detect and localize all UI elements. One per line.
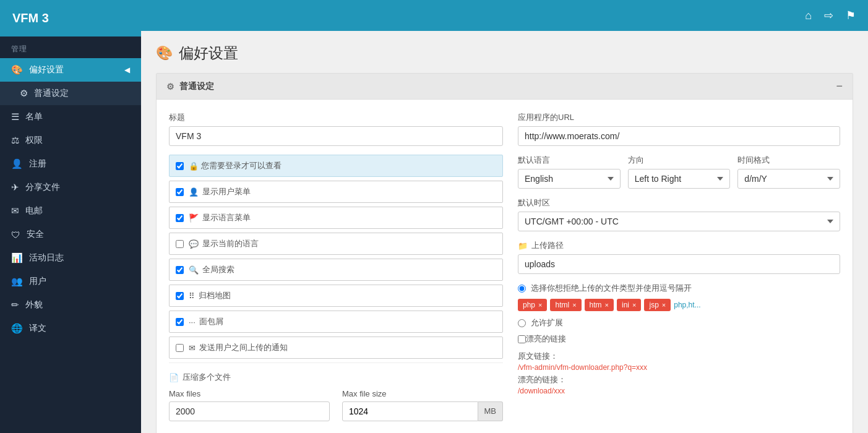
appearance-icon: ✏ [11, 299, 19, 311]
allow-ext-radio[interactable] [518, 319, 526, 327]
timezone-group: 默认时区 UTC/GMT +00:00 - UTC [518, 197, 840, 231]
max-files-group: Max files [169, 389, 330, 421]
upload-path-title: 📁 上传路径 [518, 240, 840, 251]
flag-icon[interactable]: ⚑ [846, 9, 856, 22]
direction-select[interactable]: Left to Right [628, 169, 731, 189]
pretty-links-radio-row[interactable]: 漂亮的链接 [518, 333, 840, 345]
show-current-lang-row[interactable]: 💬 显示当前的语言 [169, 233, 503, 255]
max-file-size-group: Max file size MB [342, 389, 503, 421]
share-topbar-icon[interactable]: ⇨ [824, 9, 833, 22]
max-file-size-input-group: MB [342, 401, 503, 421]
site-map-row[interactable]: ⠿ 归档地图 [169, 285, 503, 307]
login-required-label: 您需要登录才可以查看 [201, 160, 281, 171]
compress-label: 压缩多个文件 [183, 372, 231, 383]
sidebar-item-preferences[interactable]: 🎨 偏好设置 ◀ [0, 58, 141, 82]
show-lang-menu-row[interactable]: 🚩 显示语言菜单 [169, 207, 503, 229]
sidebar-item-permissions[interactable]: ⚖ 权限 [0, 129, 141, 152]
sidebar-item-list[interactable]: ☰ 名单 [0, 105, 141, 129]
pretty-links-checkbox[interactable] [518, 335, 526, 343]
tag-jsp-close[interactable]: × [662, 301, 666, 309]
tag-php: php × [518, 299, 547, 311]
sidebar-item-share[interactable]: ✈ 分享文件 [0, 176, 141, 199]
sidebar-item-actlog[interactable]: 📊 活动日志 [0, 246, 141, 270]
show-lang-menu-label: 显示语言菜单 [202, 212, 251, 223]
notify-upload-label: 发送用户之间上传的通知 [199, 342, 288, 353]
lock-icon: 🔒 [189, 161, 199, 171]
notify-upload-row[interactable]: ✉ 发送用户之间上传的通知 [169, 337, 503, 359]
sidebar-item-security[interactable]: 🛡 安全 [0, 223, 141, 246]
app-url-input[interactable] [518, 126, 840, 146]
sidebar-item-appearance[interactable]: ✏ 外貌 [0, 293, 141, 317]
permissions-icon: ⚖ [11, 135, 19, 146]
flag-row-icon: 🚩 [189, 213, 199, 223]
login-required-checkbox[interactable] [176, 162, 184, 170]
sidebar-item-users[interactable]: 👥 用户 [0, 270, 141, 293]
users-icon: 👥 [11, 276, 23, 287]
login-required-row[interactable]: 🔒 您需要登录才可以查看 [169, 155, 503, 177]
page-title-icon: 🎨 [156, 45, 173, 61]
upload-path-group: 📁 上传路径 [518, 240, 840, 274]
tag-ini-close[interactable]: × [632, 301, 636, 309]
reject-ext-radio[interactable] [518, 285, 526, 293]
sidebar-item-label: 注册 [29, 158, 46, 169]
right-column: 应用程序的URL 默认语言 English 方向 [518, 112, 840, 421]
upload-path-input[interactable] [518, 254, 840, 274]
sidebar-item-email[interactable]: ✉ 电邮 [0, 199, 141, 223]
link-info: 原文链接： /vfm-admin/vfm-downloader.php?q=xx… [518, 351, 840, 395]
sidebar-item-label: 译文 [29, 323, 46, 334]
pretty-link-label: 漂亮的链接： [518, 374, 840, 385]
home-icon[interactable]: ⌂ [805, 9, 812, 22]
default-lang-select[interactable]: English [518, 169, 621, 189]
compress-icon: 📄 [169, 373, 179, 382]
card-header-icon: ⚙ [166, 82, 174, 92]
translation-icon: 🌐 [11, 323, 23, 334]
tag-php-close[interactable]: × [538, 301, 542, 309]
card-body: 标题 🔒 您需要登录才可以查看 👤 显示用户菜单 [157, 100, 853, 433]
general-icon: ⚙ [20, 88, 28, 99]
tag-htm-close[interactable]: × [605, 301, 609, 309]
breadcrumb-row[interactable]: ··· 面包屑 [169, 311, 503, 333]
site-map-checkbox[interactable] [176, 292, 184, 300]
folder-icon: 📁 [518, 241, 528, 251]
pretty-link-value: /download/xxx [518, 387, 840, 395]
sidebar-item-label: 电邮 [25, 205, 43, 216]
collapse-card-button[interactable]: − [836, 80, 843, 93]
max-file-size-input[interactable] [342, 401, 478, 421]
global-search-row[interactable]: 🔍 全局搜索 [169, 259, 503, 281]
title-input[interactable] [169, 126, 503, 146]
tag-htm: htm × [585, 299, 614, 311]
sidebar-item-label: 分享文件 [25, 182, 60, 193]
breadcrumb-checkbox[interactable] [176, 318, 184, 326]
sidebar-item-register[interactable]: 👤 注册 [0, 152, 141, 176]
sidebar-item-general[interactable]: ⚙ 普通设定 [0, 82, 141, 105]
list-icon: ☰ [11, 111, 19, 122]
timezone-select[interactable]: UTC/GMT +00:00 - UTC [518, 212, 840, 231]
sidebar-item-translation[interactable]: 🌐 译文 [0, 317, 141, 340]
card-header: ⚙ 普通设定 − [157, 74, 853, 100]
tag-jsp: jsp × [644, 299, 671, 311]
max-files-input[interactable] [169, 401, 330, 421]
sidebar: VFM 3 管理 🎨 偏好设置 ◀ ⚙ 普通设定 ☰ 名单 ⚖ 权限 👤 注册 … [0, 0, 141, 433]
sidebar-item-label: 活动日志 [29, 252, 64, 264]
breadcrumb-icon: ··· [189, 317, 196, 327]
show-user-menu-row[interactable]: 👤 显示用户菜单 [169, 181, 503, 203]
notify-upload-checkbox[interactable] [176, 344, 184, 352]
app-title: VFM 3 [0, 0, 141, 36]
reject-ext-radio-row[interactable]: 选择你想拒绝上传的文件类型并使用逗号隔开 [518, 283, 840, 294]
tag-html-close[interactable]: × [572, 301, 576, 309]
max-files-label: Max files [169, 389, 330, 398]
actlog-icon: 📊 [11, 252, 23, 264]
collapse-arrow: ◀ [124, 66, 130, 74]
page-title: 🎨 偏好设置 [156, 43, 853, 63]
show-user-menu-checkbox[interactable] [176, 188, 184, 196]
time-format-select[interactable]: d/m/Y [737, 169, 840, 189]
app-url-group: 应用程序的URL [518, 112, 840, 146]
show-lang-menu-checkbox[interactable] [176, 214, 184, 222]
allow-ext-radio-row[interactable]: 允许扩展 [518, 317, 840, 328]
notify-icon: ✉ [189, 343, 196, 353]
original-link-value: /vfm-admin/vfm-downloader.php?q=xxx [518, 363, 840, 372]
lang-direction-time-row: 默认语言 English 方向 Left to Right [518, 155, 840, 189]
global-search-checkbox[interactable] [176, 266, 184, 274]
general-settings-card: ⚙ 普通设定 − 标题 🔒 您需要登录才可以查看 [156, 73, 853, 433]
show-current-lang-checkbox[interactable] [176, 240, 184, 248]
